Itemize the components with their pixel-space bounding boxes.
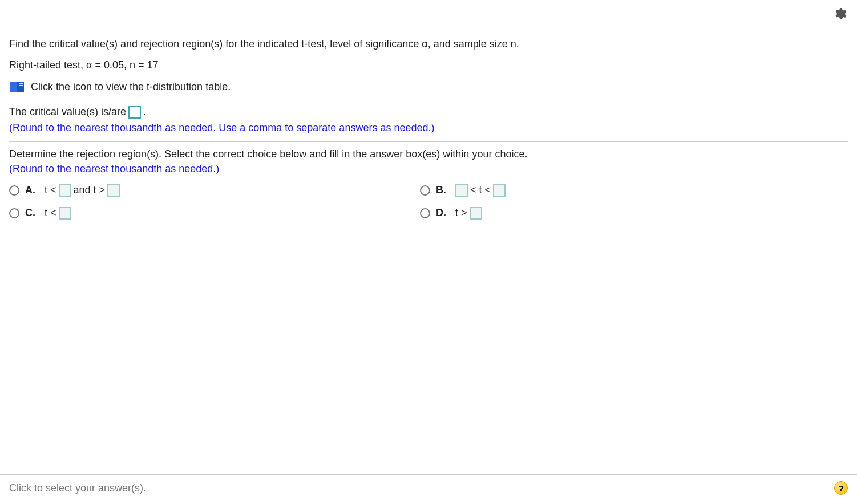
choice-C-input1[interactable] [59,207,71,220]
divider-2 [9,141,848,142]
svg-rect-0 [19,83,23,84]
choice-A-input1[interactable] [59,184,71,197]
help-icon-glyph: ? [838,483,843,493]
choice-A-input2[interactable] [107,184,120,197]
choice-B[interactable]: B. < t < [420,184,819,197]
choice-D-seg1: t > [455,207,467,219]
choice-A-mid: and t > [74,184,106,196]
choice-B-mid: < t < [470,184,491,196]
question-content: Find the critical value(s) and rejection… [0,27,857,220]
book-icon[interactable] [9,80,25,94]
table-link-text[interactable]: Click the icon to view the t-distributio… [31,81,231,93]
choice-A-seg1: t < [45,184,56,196]
gear-icon[interactable] [833,7,847,21]
choice-A-expr: t < and t > [45,184,120,197]
radio-C[interactable] [9,208,19,218]
problem-given: Right-tailed test, α = 0.05, n = 17 [9,59,848,72]
radio-B[interactable] [420,185,430,196]
rejection-region-instruction: (Round to the nearest thousandth as need… [9,162,848,176]
critical-value-suffix: . [143,106,146,118]
choices-grid: A. t < and t > B. < t < C. t < [9,184,848,220]
choice-B-label: B. [436,184,450,196]
choice-C-seg1: t < [45,207,56,219]
choice-D-label: D. [436,207,450,219]
choice-B-expr: < t < [455,184,506,197]
choice-D[interactable]: D. t > [420,207,819,220]
choice-C[interactable]: C. t < [9,207,409,220]
choice-C-expr: t < [45,207,71,220]
divider-1 [9,100,848,100]
choice-D-expr: t > [455,207,482,220]
choice-D-input1[interactable] [470,207,482,220]
radio-A[interactable] [9,185,19,196]
choice-A-label: A. [25,184,39,196]
help-icon[interactable]: ? [834,481,848,495]
footer-prompt: Click to select your answer(s). [9,482,146,494]
critical-value-instruction: (Round to the nearest thousandth as need… [9,121,848,135]
choice-A[interactable]: A. t < and t > [9,184,409,197]
footer-bar: Click to select your answer(s). ? [0,474,857,497]
problem-statement: Find the critical value(s) and rejection… [9,38,848,51]
critical-value-input[interactable] [128,106,141,119]
choice-B-input2[interactable] [493,184,506,197]
svg-rect-1 [19,85,23,86]
rejection-region-prompt: Determine the rejection region(s). Selec… [9,148,848,161]
top-bar [0,0,857,27]
choice-B-input1[interactable] [455,184,468,197]
radio-D[interactable] [420,208,430,218]
critical-value-line: The critical value(s) is/are . [9,106,848,119]
critical-value-prefix: The critical value(s) is/are [9,106,126,118]
choice-C-label: C. [25,207,39,219]
